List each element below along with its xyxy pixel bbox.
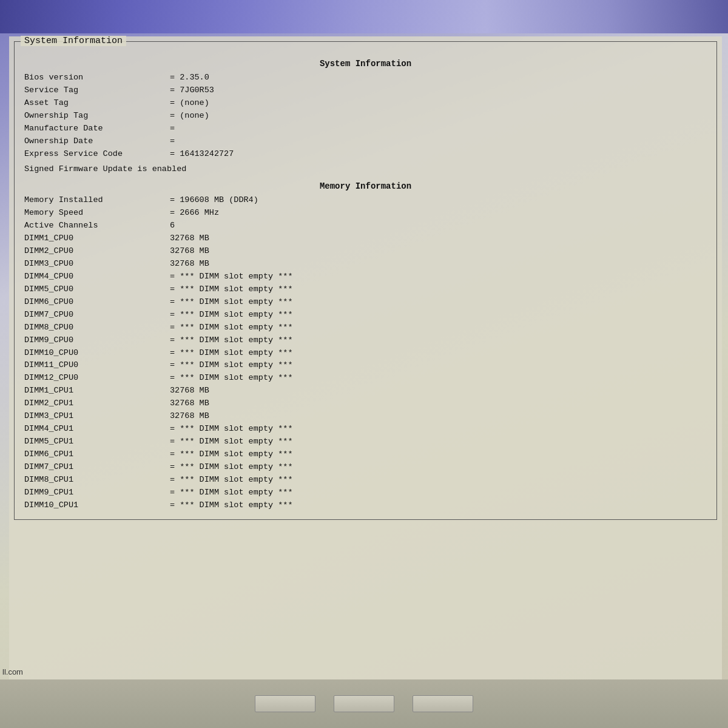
memory-info-row: DIMM11_CPU0= *** DIMM slot empty *** (24, 359, 707, 372)
system-field-value: = (none) (170, 110, 209, 123)
memory-field-label: DIMM5_CPU0 (24, 283, 170, 296)
memory-info-row: DIMM2_CPU032768 MB (24, 245, 707, 258)
memory-info-row: DIMM4_CPU1= *** DIMM slot empty *** (24, 423, 707, 436)
memory-field-value: = *** DIMM slot empty *** (170, 448, 293, 461)
memory-info-row: Memory Installed= 196608 MB (DDR4) (24, 194, 707, 207)
memory-info-row: DIMM4_CPU0= *** DIMM slot empty *** (24, 271, 707, 283)
blue-bar-decoration (0, 0, 728, 33)
memory-info-row: DIMM10_CPU0= *** DIMM slot empty *** (24, 347, 707, 360)
memory-field-value: = 2666 MHz (170, 207, 219, 220)
memory-field-value: 32768 MB (170, 385, 209, 397)
memory-field-value: 32768 MB (170, 397, 209, 410)
memory-fields: Memory Installed= 196608 MB (DDR4)Memory… (24, 194, 707, 511)
main-container: System Information System Information Bi… (9, 36, 722, 679)
memory-field-label: DIMM9_CPU1 (24, 487, 170, 499)
system-field-label: Bios version (24, 72, 170, 84)
bottom-button-3[interactable] (413, 695, 473, 712)
memory-field-value: = *** DIMM slot empty *** (170, 423, 293, 436)
memory-field-label: DIMM3_CPU0 (24, 258, 170, 271)
memory-info-row: Active Channels6 (24, 220, 707, 232)
memory-info-row: DIMM3_CPU132768 MB (24, 410, 707, 423)
memory-field-value: = *** DIMM slot empty *** (170, 487, 293, 499)
system-info-row: Ownership Date= (24, 135, 707, 148)
memory-info-row: DIMM8_CPU0= *** DIMM slot empty *** (24, 322, 707, 334)
memory-field-label: DIMM6_CPU1 (24, 448, 170, 461)
system-section-header: System Information (24, 59, 707, 69)
memory-info-row: DIMM1_CPU132768 MB (24, 385, 707, 397)
memory-field-value: = *** DIMM slot empty *** (170, 309, 293, 322)
memory-info-row: DIMM9_CPU0= *** DIMM slot empty *** (24, 334, 707, 347)
memory-field-value: = *** DIMM slot empty *** (170, 334, 293, 347)
memory-field-label: DIMM9_CPU0 (24, 334, 170, 347)
system-info-row: Service Tag= 7JG0R53 (24, 84, 707, 97)
memory-field-label: DIMM12_CPU0 (24, 372, 170, 385)
memory-field-value: = *** DIMM slot empty *** (170, 499, 293, 512)
memory-info-row: DIMM2_CPU132768 MB (24, 397, 707, 410)
memory-info-row: DIMM1_CPU032768 MB (24, 232, 707, 245)
memory-field-value: = *** DIMM slot empty *** (170, 359, 293, 372)
system-field-value: = 16413242727 (170, 148, 234, 161)
memory-info-row: DIMM6_CPU1= *** DIMM slot empty *** (24, 448, 707, 461)
memory-field-label: DIMM7_CPU1 (24, 461, 170, 474)
memory-field-value: 32768 MB (170, 410, 209, 423)
bottom-button-2[interactable] (334, 695, 394, 712)
memory-field-value: = *** DIMM slot empty *** (170, 347, 293, 360)
memory-section-header: Memory Information (24, 181, 707, 191)
system-field-label: Asset Tag (24, 97, 170, 110)
memory-field-value: = *** DIMM slot empty *** (170, 474, 293, 487)
system-field-value: = (170, 123, 175, 135)
memory-field-value: 32768 MB (170, 245, 209, 258)
system-field-value: = 7JG0R53 (170, 84, 214, 97)
memory-field-label: Memory Speed (24, 207, 170, 220)
system-info-row: Ownership Tag= (none) (24, 110, 707, 123)
system-field-label: Service Tag (24, 84, 170, 97)
bottom-bar (0, 679, 728, 728)
memory-field-value: 6 (170, 220, 175, 232)
memory-field-value: = 196608 MB (DDR4) (170, 194, 258, 207)
memory-info-row: DIMM7_CPU1= *** DIMM slot empty *** (24, 461, 707, 474)
memory-field-value: = *** DIMM slot empty *** (170, 436, 293, 448)
system-field-value: = (170, 135, 175, 148)
memory-field-label: DIMM1_CPU1 (24, 385, 170, 397)
firmware-note: Signed Firmware Update is enabled (24, 164, 707, 174)
memory-info-row: DIMM9_CPU1= *** DIMM slot empty *** (24, 487, 707, 499)
memory-info-row: DIMM5_CPU1= *** DIMM slot empty *** (24, 436, 707, 448)
system-info-row: Express Service Code= 16413242727 (24, 148, 707, 161)
memory-info-row: DIMM5_CPU0= *** DIMM slot empty *** (24, 283, 707, 296)
memory-field-label: DIMM11_CPU0 (24, 359, 170, 372)
memory-field-label: DIMM6_CPU0 (24, 296, 170, 309)
system-field-label: Express Service Code (24, 148, 170, 161)
memory-field-label: DIMM4_CPU0 (24, 271, 170, 283)
memory-field-label: DIMM2_CPU1 (24, 397, 170, 410)
bottom-button-1[interactable] (255, 695, 315, 712)
memory-field-value: = *** DIMM slot empty *** (170, 372, 293, 385)
system-info-row: Bios version= 2.35.0 (24, 72, 707, 84)
memory-field-value: = *** DIMM slot empty *** (170, 283, 293, 296)
memory-field-label: DIMM5_CPU1 (24, 436, 170, 448)
memory-field-label: DIMM1_CPU0 (24, 232, 170, 245)
system-info-box: System Information System Information Bi… (14, 41, 717, 520)
system-field-label: Manufacture Date (24, 123, 170, 135)
memory-info-row: DIMM3_CPU032768 MB (24, 258, 707, 271)
memory-field-label: DIMM3_CPU1 (24, 410, 170, 423)
memory-info-row: DIMM6_CPU0= *** DIMM slot empty *** (24, 296, 707, 309)
system-field-value: = (none) (170, 97, 209, 110)
memory-field-label: DIMM10_CPU1 (24, 499, 170, 512)
system-info-row: Asset Tag= (none) (24, 97, 707, 110)
memory-field-label: DIMM2_CPU0 (24, 245, 170, 258)
memory-info-row: DIMM12_CPU0= *** DIMM slot empty *** (24, 372, 707, 385)
memory-field-label: DIMM10_CPU0 (24, 347, 170, 360)
memory-field-value: = *** DIMM slot empty *** (170, 296, 293, 309)
system-fields: Bios version= 2.35.0Service Tag= 7JG0R53… (24, 72, 707, 160)
memory-field-label: Memory Installed (24, 194, 170, 207)
memory-info-row: DIMM8_CPU1= *** DIMM slot empty *** (24, 474, 707, 487)
memory-info-row: Memory Speed= 2666 MHz (24, 207, 707, 220)
system-field-label: Ownership Date (24, 135, 170, 148)
system-field-label: Ownership Tag (24, 110, 170, 123)
memory-field-value: 32768 MB (170, 232, 209, 245)
system-info-row: Manufacture Date= (24, 123, 707, 135)
system-field-value: = 2.35.0 (170, 72, 209, 84)
memory-field-label: DIMM8_CPU0 (24, 322, 170, 334)
memory-field-label: DIMM8_CPU1 (24, 474, 170, 487)
memory-field-value: = *** DIMM slot empty *** (170, 461, 293, 474)
